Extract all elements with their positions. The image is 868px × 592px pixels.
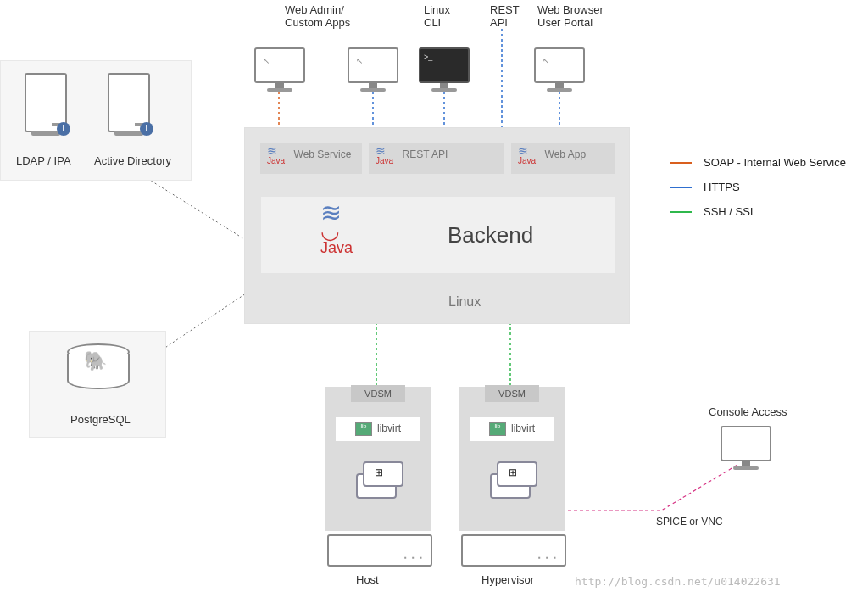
- backend-box: ≋◡Java Backend: [260, 196, 616, 274]
- java-icon: ≋Java: [267, 147, 285, 165]
- label-spice: SPICE or VNC: [656, 516, 723, 528]
- architecture-diagram: Web Admin/ Custom Apps Linux CLI REST AP…: [0, 0, 868, 592]
- label-browser: Web Browser User Portal: [537, 3, 604, 29]
- host-2: VDSM liblibvirt ⊞: [459, 387, 565, 531]
- label-ad: Active Directory: [94, 154, 171, 167]
- db-postgresql: 🐘: [67, 343, 126, 391]
- svg-line-5: [144, 176, 246, 240]
- label-linux-cli: Linux CLI: [424, 3, 450, 29]
- label-webservice: Web Service: [294, 148, 352, 160]
- legend-soap: SOAP - Internal Web Service: [670, 156, 846, 169]
- label-webadmin: Web Admin/ Custom Apps: [285, 3, 350, 29]
- label-restapi: REST API: [403, 148, 448, 160]
- legend-https: HTTPS: [670, 181, 846, 193]
- swatch-soap: [670, 162, 692, 164]
- libvirt-icon: lib: [489, 422, 506, 436]
- vm-stack: ⊞: [356, 461, 403, 499]
- db-panel: 🐘 PostgreSQL: [29, 331, 166, 438]
- java-icon: ≋Java: [518, 147, 536, 165]
- monitor-webadmin: ↖: [254, 47, 305, 90]
- monitor-browser: ↖: [534, 47, 585, 90]
- label-backend: Backend: [448, 222, 533, 249]
- swatch-ssh: [670, 211, 692, 213]
- monitor-console: [721, 426, 771, 468]
- libvirt-icon: lib: [355, 422, 372, 436]
- label-webapp: Web App: [545, 148, 586, 160]
- label-linux: Linux: [448, 294, 481, 310]
- terminal-linux-cli: >_: [419, 47, 470, 90]
- backend-container: ≋Java Web Service ≋Java REST API ≋Java W…: [244, 127, 630, 324]
- info-icon: i: [57, 122, 70, 136]
- cursor-icon: ↖: [356, 56, 363, 65]
- server-ad: i: [108, 73, 150, 132]
- windows-icon: ⊞: [375, 466, 383, 478]
- phys-host-1: ▪ ▪ ▪: [327, 534, 432, 567]
- label-ldap: LDAP / IPA: [16, 154, 71, 167]
- label-rest-api: REST API: [490, 3, 520, 29]
- label-pg: PostgreSQL: [70, 413, 131, 426]
- pill-restapi: ≋Java REST API: [369, 143, 504, 174]
- watermark: http://blog.csdn.net/u014022631: [575, 575, 781, 588]
- monitor-customapp: ↖: [348, 47, 398, 90]
- pill-webapp: ≋Java Web App: [511, 143, 615, 174]
- auth-panel: i i LDAP / IPA Active Directory: [0, 60, 192, 181]
- prompt-icon: >_: [424, 53, 432, 61]
- java-icon: ≋Java: [376, 147, 393, 165]
- pill-webservice: ≋Java Web Service: [260, 143, 362, 174]
- legend: SOAP - Internal Web Service HTTPS SSH / …: [670, 156, 846, 230]
- cursor-icon: ↖: [542, 56, 549, 65]
- cursor-icon: ↖: [263, 56, 270, 65]
- label-host-2: Hypervisor: [481, 573, 534, 586]
- vm-stack: ⊞: [490, 461, 537, 499]
- host-1: VDSM liblibvirt ⊞: [326, 387, 431, 531]
- label-console: Console Access: [709, 405, 787, 418]
- label-host-1: Host: [356, 573, 379, 586]
- phys-host-2: ▪ ▪ ▪: [461, 534, 566, 567]
- libvirt-bar: liblibvirt: [336, 417, 420, 441]
- swatch-https: [670, 187, 692, 188]
- info-icon: i: [140, 122, 153, 136]
- legend-ssh: SSH / SSL: [670, 205, 846, 218]
- vdsm-bar: VDSM: [485, 385, 539, 402]
- java-icon: ≋◡Java: [320, 204, 353, 257]
- vdsm-bar: VDSM: [351, 385, 405, 402]
- server-ldap: i: [25, 73, 67, 132]
- elephant-icon: 🐘: [84, 350, 107, 372]
- libvirt-bar: liblibvirt: [470, 417, 554, 441]
- windows-icon: ⊞: [509, 466, 517, 478]
